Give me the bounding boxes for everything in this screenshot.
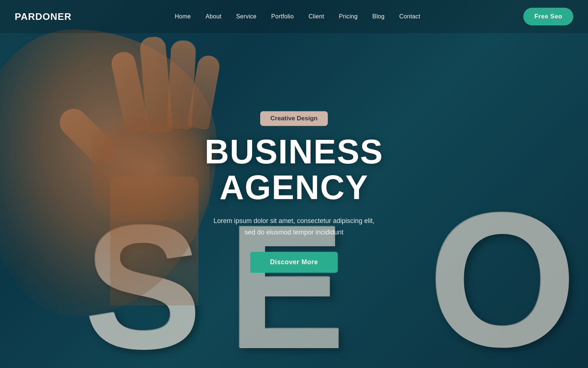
hero-desc-line2: sed do eiusmod tempor incididunt [244,229,343,236]
nav-blog[interactable]: Blog [372,13,384,20]
hero-description: Lorem ipsum dolor sit amet, consectetur … [154,215,434,238]
hero-section: S E O PARDONER Home About Service Portfo… [0,0,588,368]
nav-contact[interactable]: Contact [399,13,420,20]
nav-portfolio[interactable]: Portfolio [271,13,294,20]
hero-title: BUSINESS AGENCY [154,134,434,205]
brand-logo: PARDONER [15,11,72,22]
free-seo-button[interactable]: Free Seo [523,8,573,25]
nav-about[interactable]: About [205,13,221,20]
nav-client[interactable]: Client [308,13,324,20]
discover-more-button[interactable]: Discover More [250,252,338,273]
navbar: PARDONER Home About Service Portfolio Cl… [0,0,588,33]
hero-desc-line1: Lorem ipsum dolor sit amet, consectetur … [214,217,374,224]
nav-links: Home About Service Portfolio Client Pric… [175,13,420,20]
nav-pricing[interactable]: Pricing [339,13,358,20]
nav-service[interactable]: Service [236,13,257,20]
nav-home[interactable]: Home [175,13,191,20]
hero-content: Creative Design BUSINESS AGENCY Lorem ip… [154,111,434,273]
hero-badge: Creative Design [260,111,328,126]
